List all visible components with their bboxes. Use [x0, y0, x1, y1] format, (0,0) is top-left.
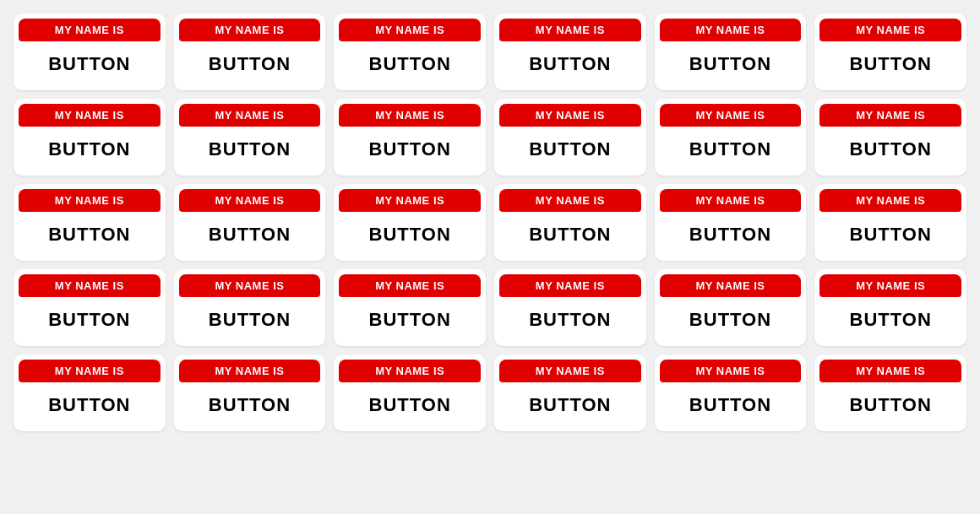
name-badge-23[interactable]: MY NAME ISBUTTON	[655, 269, 807, 346]
badge-header-text-19: MY NAME IS	[29, 279, 150, 292]
badge-body-8: BUTTON	[174, 127, 326, 176]
badge-header-2: MY NAME IS	[179, 19, 321, 41]
badge-body-text-15: BUTTON	[344, 224, 476, 246]
badge-header-text-20: MY NAME IS	[189, 279, 311, 292]
badge-header-9: MY NAME IS	[339, 104, 481, 127]
badge-header-20: MY NAME IS	[179, 274, 321, 297]
badge-header-14: MY NAME IS	[179, 189, 321, 212]
badge-header-text-3: MY NAME IS	[349, 24, 471, 36]
badge-body-6: BUTTON	[814, 41, 966, 90]
badge-body-text-2: BUTTON	[184, 53, 316, 75]
name-badge-19[interactable]: MY NAME ISBUTTON	[14, 269, 166, 346]
name-badge-21[interactable]: MY NAME ISBUTTON	[334, 269, 486, 346]
name-badge-14[interactable]: MY NAME ISBUTTON	[174, 184, 326, 261]
badge-header-text-15: MY NAME IS	[349, 194, 471, 207]
badge-body-28: BUTTON	[494, 382, 646, 431]
name-badge-11[interactable]: MY NAME ISBUTTON	[655, 99, 807, 176]
name-badge-30[interactable]: MY NAME ISBUTTON	[814, 354, 966, 431]
badge-body-15: BUTTON	[334, 212, 486, 261]
badge-header-10: MY NAME IS	[499, 104, 641, 127]
name-badge-24[interactable]: MY NAME ISBUTTON	[814, 269, 966, 346]
badge-header-26: MY NAME IS	[179, 360, 321, 382]
badge-header-text-26: MY NAME IS	[189, 365, 311, 377]
name-badge-18[interactable]: MY NAME ISBUTTON	[814, 184, 966, 261]
badge-body-text-19: BUTTON	[24, 309, 155, 331]
badge-header-19: MY NAME IS	[19, 274, 161, 297]
badge-header-5: MY NAME IS	[660, 19, 802, 41]
badge-header-25: MY NAME IS	[19, 360, 161, 382]
badge-header-22: MY NAME IS	[499, 274, 641, 297]
badge-header-27: MY NAME IS	[339, 360, 481, 382]
badge-body-text-25: BUTTON	[24, 394, 155, 416]
badge-header-text-24: MY NAME IS	[830, 279, 951, 292]
name-badge-16[interactable]: MY NAME ISBUTTON	[494, 184, 646, 261]
badge-body-30: BUTTON	[814, 382, 966, 431]
name-badge-12[interactable]: MY NAME ISBUTTON	[814, 99, 966, 176]
name-badge-17[interactable]: MY NAME ISBUTTON	[655, 184, 807, 261]
badge-header-text-23: MY NAME IS	[670, 279, 792, 292]
badge-body-16: BUTTON	[494, 212, 646, 261]
badge-header-text-22: MY NAME IS	[509, 279, 631, 292]
badge-body-text-21: BUTTON	[344, 309, 476, 331]
badge-body-26: BUTTON	[174, 382, 326, 431]
badge-header-13: MY NAME IS	[19, 189, 161, 212]
name-badge-15[interactable]: MY NAME ISBUTTON	[334, 184, 486, 261]
badge-body-text-20: BUTTON	[184, 309, 316, 331]
badge-header-text-10: MY NAME IS	[509, 109, 631, 122]
badge-header-text-18: MY NAME IS	[830, 194, 951, 207]
name-badge-1[interactable]: MY NAME ISBUTTON	[14, 14, 166, 90]
name-badge-26[interactable]: MY NAME ISBUTTON	[174, 354, 326, 431]
badge-header-text-5: MY NAME IS	[670, 24, 792, 36]
badge-body-text-14: BUTTON	[184, 224, 316, 246]
name-badge-29[interactable]: MY NAME ISBUTTON	[655, 354, 807, 431]
badge-body-24: BUTTON	[814, 297, 966, 346]
badge-body-23: BUTTON	[655, 297, 807, 346]
badge-header-text-8: MY NAME IS	[189, 109, 311, 122]
badge-body-text-22: BUTTON	[504, 309, 636, 331]
badge-header-text-29: MY NAME IS	[670, 365, 792, 377]
badge-header-text-1: MY NAME IS	[29, 24, 150, 36]
name-badge-7[interactable]: MY NAME ISBUTTON	[14, 99, 166, 176]
badge-header-1: MY NAME IS	[19, 19, 161, 41]
name-badge-13[interactable]: MY NAME ISBUTTON	[14, 184, 166, 261]
name-badge-9[interactable]: MY NAME ISBUTTON	[334, 99, 486, 176]
name-badge-28[interactable]: MY NAME ISBUTTON	[494, 354, 646, 431]
badge-header-16: MY NAME IS	[499, 189, 641, 212]
badge-header-text-12: MY NAME IS	[830, 109, 951, 122]
badge-header-29: MY NAME IS	[660, 360, 802, 382]
badge-header-12: MY NAME IS	[819, 104, 961, 127]
badge-body-10: BUTTON	[494, 127, 646, 176]
name-badge-2[interactable]: MY NAME ISBUTTON	[174, 14, 326, 90]
badge-header-24: MY NAME IS	[819, 274, 961, 297]
badge-body-text-5: BUTTON	[665, 53, 797, 75]
badge-header-18: MY NAME IS	[819, 189, 961, 212]
name-badge-10[interactable]: MY NAME ISBUTTON	[494, 99, 646, 176]
badge-body-text-17: BUTTON	[665, 224, 797, 246]
badge-body-text-13: BUTTON	[24, 224, 155, 246]
name-badge-25[interactable]: MY NAME ISBUTTON	[14, 354, 166, 431]
badge-body-21: BUTTON	[334, 297, 486, 346]
badge-header-text-11: MY NAME IS	[670, 109, 792, 122]
badge-body-text-4: BUTTON	[504, 53, 636, 75]
name-badge-27[interactable]: MY NAME ISBUTTON	[334, 354, 486, 431]
name-badge-4[interactable]: MY NAME ISBUTTON	[494, 14, 646, 90]
name-badge-5[interactable]: MY NAME ISBUTTON	[655, 14, 807, 90]
badge-body-1: BUTTON	[14, 41, 166, 90]
badge-header-17: MY NAME IS	[660, 189, 802, 212]
badge-body-17: BUTTON	[655, 212, 807, 261]
name-badge-20[interactable]: MY NAME ISBUTTON	[174, 269, 326, 346]
badge-body-4: BUTTON	[494, 41, 646, 90]
name-badge-6[interactable]: MY NAME ISBUTTON	[814, 14, 966, 90]
badge-body-text-18: BUTTON	[825, 224, 956, 246]
badge-body-text-24: BUTTON	[825, 309, 956, 331]
badge-header-text-13: MY NAME IS	[29, 194, 150, 207]
badge-header-4: MY NAME IS	[499, 19, 641, 41]
badge-body-5: BUTTON	[655, 41, 807, 90]
badge-header-text-30: MY NAME IS	[830, 365, 951, 377]
badge-body-text-9: BUTTON	[344, 138, 476, 160]
name-badge-3[interactable]: MY NAME ISBUTTON	[334, 14, 486, 90]
name-badge-8[interactable]: MY NAME ISBUTTON	[174, 99, 326, 176]
badge-body-text-3: BUTTON	[344, 53, 476, 75]
badge-header-15: MY NAME IS	[339, 189, 481, 212]
name-badge-22[interactable]: MY NAME ISBUTTON	[494, 269, 646, 346]
